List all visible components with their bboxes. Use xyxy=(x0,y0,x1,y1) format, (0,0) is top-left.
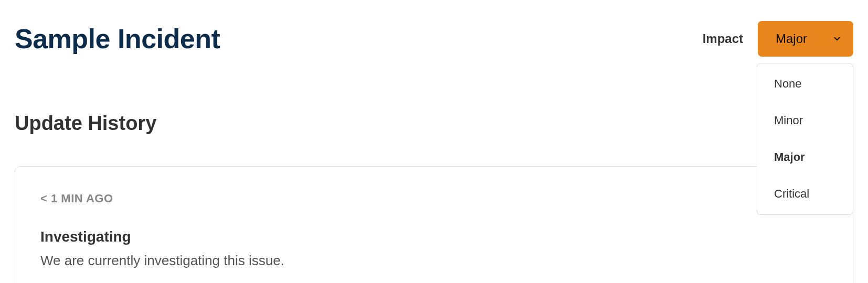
impact-option-major[interactable]: Major xyxy=(757,139,853,176)
chevron-down-icon xyxy=(832,34,842,43)
impact-option-critical[interactable]: Critical xyxy=(757,176,853,212)
impact-select-button[interactable]: Major xyxy=(758,21,853,57)
impact-group: Impact Major xyxy=(703,21,853,57)
update-status: Investigating xyxy=(40,228,828,245)
impact-selected-value: Major xyxy=(776,31,807,46)
update-message: We are currently investigating this issu… xyxy=(40,253,828,269)
header-row: Sample Incident Impact Major xyxy=(0,0,868,57)
impact-label: Impact xyxy=(703,31,743,46)
impact-option-minor[interactable]: Minor xyxy=(757,102,853,139)
impact-option-none[interactable]: None xyxy=(757,66,853,102)
page-title: Sample Incident xyxy=(15,23,220,55)
impact-dropdown-menu: None Minor Major Critical xyxy=(757,63,853,215)
update-card: < 1 MIN AGO Investigating We are current… xyxy=(15,166,853,283)
update-history-title: Update History xyxy=(15,112,868,135)
update-timestamp: < 1 MIN AGO xyxy=(40,192,828,205)
